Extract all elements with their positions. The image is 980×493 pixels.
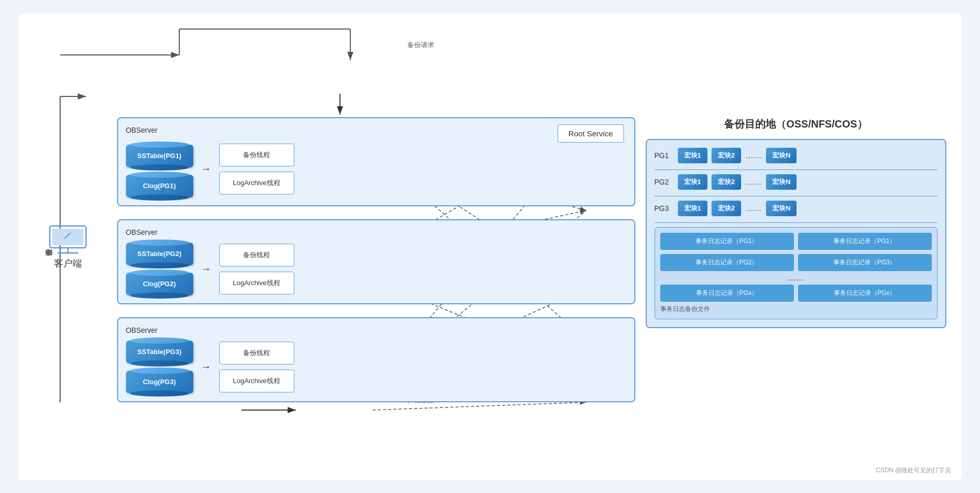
log-cell-pg3: 事务日志记录（PG3） (798, 254, 932, 271)
log-archive-1: LogArchive线程 (219, 172, 294, 194)
db-stack-3: SSTable(PG3) Clog(PG3) (126, 341, 193, 393)
log-grid: 事务日志记录（PG1） 事务日志记录（PG1） 事务日志记录（PG2） 事务日志… (660, 233, 932, 271)
log-dots-row: …… (660, 271, 932, 285)
client-icon (47, 223, 89, 257)
separator-1 (655, 170, 938, 170)
pg3-block2: 宏块2 (712, 201, 741, 216)
pg1-block2: 宏块2 (712, 148, 741, 163)
pg3-dots: …… (745, 204, 762, 213)
pg-row-1: PG1 宏块1 宏块2 …… 宏块N (655, 148, 938, 163)
db-stack-1: SSTable(PG1) Clog(PG1) (126, 140, 193, 198)
pg1-blocks: 宏块1 宏块2 …… 宏块N (678, 148, 938, 163)
diagram-container: 备份请求 备份数据 归档数据 备份请求 客户端 OBSe (19, 13, 962, 480)
pg3-block1: 宏块1 (678, 201, 707, 216)
destination-box: PG1 宏块1 宏块2 …… 宏块N PG2 宏块1 宏块2 …… (646, 139, 946, 328)
observer-box-2: OBServer SSTable(PG2) Clog(PG2) → 备份线程 L… (117, 219, 635, 304)
pg1-blockN: 宏块N (766, 148, 797, 163)
observer-content-3: SSTable(PG3) Clog(PG3) → 备份线程 LogArchive… (126, 341, 624, 393)
observer-label-3: OBServer (126, 326, 624, 334)
svg-line-26 (373, 402, 586, 410)
pg-row-2: PG2 宏块1 宏块2 …… 宏块N (655, 174, 938, 190)
pg2-blocks: 宏块1 宏块2 …… 宏块N (678, 174, 938, 190)
log-grid-2: 事务日志记录（PGx） 事务日志记录（PGx） (660, 285, 932, 302)
root-service-box: Root Service (558, 124, 624, 143)
backup-thread-1: 备份线程 (219, 144, 294, 166)
sstable-pg1: SSTable(PG1) (126, 145, 193, 167)
observer-box-1: OBServer Root Service SSTable(PG1) Clog(… (117, 117, 635, 206)
log-archive-3: LogArchive线程 (219, 370, 294, 392)
log-cell-pg2: 事务日志记录（PG2） (660, 254, 794, 271)
arrow-2: → (201, 263, 211, 275)
db-stack-2: SSTable(PG2) Clog(PG2) (126, 243, 193, 295)
separator-3 (655, 222, 938, 223)
observer-content-2: SSTable(PG2) Clog(PG2) → 备份线程 LogArchive… (126, 243, 624, 295)
process-boxes-2: 备份线程 LogArchive线程 (219, 244, 294, 294)
pg1-label: PG1 (655, 151, 673, 160)
pg1-block1: 宏块1 (678, 148, 707, 163)
destination-title: 备份目的地（OSS/NFS/COS） (646, 117, 946, 131)
pg3-blockN: 宏块N (766, 201, 797, 216)
observer-content-1: SSTable(PG1) Clog(PG1) → 备份线程 LogArchive… (126, 140, 624, 198)
clog-pg3: Clog(PG3) (126, 371, 193, 393)
process-boxes-1: 备份线程 LogArchive线程 (219, 144, 294, 194)
log-archive-2: LogArchive线程 (219, 272, 294, 294)
pg2-label: PG2 (655, 178, 673, 186)
log-cell-pg1-1: 事务日志记录（PG1） (660, 233, 794, 250)
observer-label-2: OBServer (126, 228, 624, 236)
pg2-block2: 宏块2 (712, 174, 741, 190)
pg3-label: PG3 (655, 204, 673, 213)
client-section: 客户端 (34, 223, 102, 270)
arrow-3: → (201, 361, 211, 373)
sstable-pg3: SSTable(PG3) (126, 341, 193, 363)
backup-thread-3: 备份线程 (219, 342, 294, 364)
sstable-pg2: SSTable(PG2) (126, 243, 193, 265)
pg3-blocks: 宏块1 宏块2 …… 宏块N (678, 201, 938, 216)
observer-label-1: OBServer (126, 126, 624, 134)
log-cell-pg1-2: 事务日志记录（PG1） (798, 233, 932, 250)
clog-pg2: Clog(PG2) (126, 273, 193, 295)
watermark: CSDN @随处可见的打字员 (876, 466, 951, 475)
clog-pg1: Clog(PG1) (126, 175, 193, 198)
pg1-dots: …… (745, 151, 762, 160)
destination-section: 备份目的地（OSS/NFS/COS） PG1 宏块1 宏块2 …… 宏块N PG… (646, 117, 946, 328)
log-cell-pgx-1: 事务日志记录（PGx） (660, 285, 794, 302)
separator-2 (655, 196, 938, 196)
svg-text:备份请求: 备份请求 (407, 41, 434, 49)
backup-thread-2: 备份线程 (219, 244, 294, 266)
process-boxes-3: 备份线程 LogArchive线程 (219, 342, 294, 392)
svg-rect-32 (52, 229, 83, 245)
observer-box-3: OBServer SSTable(PG3) Clog(PG3) → 备份线程 L… (117, 317, 635, 402)
pg2-dots: …… (745, 177, 762, 187)
client-label: 客户端 (54, 257, 82, 270)
log-footer: 事务日志备份文件 (660, 305, 932, 314)
observer-column: OBServer Root Service SSTable(PG1) Clog(… (117, 117, 635, 402)
pg-row-3: PG3 宏块1 宏块2 …… 宏块N (655, 201, 938, 216)
log-cell-pgx-2: 事务日志记录（PGx） (798, 285, 932, 302)
pg2-blockN: 宏块N (766, 174, 797, 190)
pg2-block1: 宏块1 (678, 174, 707, 190)
log-section: 事务日志记录（PG1） 事务日志记录（PG1） 事务日志记录（PG2） 事务日志… (655, 227, 938, 319)
arrow-1: → (201, 163, 211, 175)
